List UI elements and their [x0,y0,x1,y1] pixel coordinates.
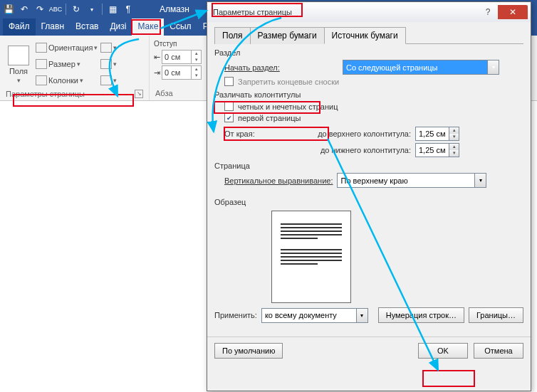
dialog-titlebar[interactable]: Параметры страницы ? ✕ [207,2,531,22]
from-edge-label: От края: [224,129,264,138]
line-numbers-dialog-button[interactable]: Нумерация строк… [378,307,464,323]
footer-dist-input[interactable]: 1,25 см▴▾ [415,143,459,157]
repeat-icon[interactable]: ↻ [71,4,82,15]
tab-layout[interactable]: Маке [132,18,164,36]
indent-label: Отступ [154,40,209,48]
preview-thumbnail [271,211,351,303]
close-button[interactable]: ✕ [498,5,528,19]
orientation-label: Ориентация [48,43,93,52]
hyphenation-button[interactable]: ▾ [100,73,117,88]
start-section-select[interactable]: Со следующей страницы ▾ [343,60,499,75]
size-label: Размер [48,60,75,68]
paragraph-group-label: Абза [155,89,173,97]
page-setup-dialog: Параметры страницы ? ✕ Поля Размер бумаг… [207,1,531,391]
apply-to-value: ко всему документу [265,311,337,319]
paragraph-icon[interactable]: ¶ [122,4,134,15]
header-dist-label: до верхнего колонтитула: [268,129,411,138]
tab-insert[interactable]: Встав [70,18,104,36]
headers-section-label: Различать колонтитулы [214,90,523,99]
footer-dist-value: 1,25 см [419,146,446,154]
dialog-tab-fields[interactable]: Поля [214,27,251,44]
indent-right-value: 0 см [165,68,180,77]
page-setup-group-label: Параметры страницы [6,90,85,98]
indent-right-icon: ⇥ [154,68,160,78]
size-icon [36,59,47,69]
margins-label: Поля [9,67,28,75]
tab-file[interactable]: Файл [3,18,36,36]
breaks-icon [100,43,112,53]
chevron-down-icon: ▾ [487,60,499,74]
orientation-icon [36,43,47,53]
chevron-down-icon: ▾ [474,174,486,187]
tab-design[interactable]: Дизі [104,18,132,36]
borders-dialog-button[interactable]: Границы… [469,307,523,323]
suppress-endnotes-label: Запретить концевые сноски [238,78,339,86]
suppress-endnotes-checkbox[interactable] [224,77,234,86]
help-button[interactable]: ? [478,5,498,19]
dialog-tabs: Поля Размер бумаги Источник бумаги [214,26,523,44]
indent-right-input[interactable]: 0 см▴▾ [162,65,202,80]
footer-dist-label: до нижнего колонтитула: [268,146,411,154]
apply-to-label: Применить: [214,311,257,319]
start-section-value: Со следующей страницы [346,63,438,72]
header-dist-input[interactable]: 1,25 см▴▾ [415,127,459,141]
indent-left-value: 0 см [165,53,180,61]
columns-button[interactable]: Колонки▾ [36,73,98,88]
odd-even-label: четных и нечетных страниц [238,102,338,111]
line-numbers-button[interactable]: ▾ [100,56,117,72]
save-icon[interactable]: 💾 [3,4,14,15]
size-button[interactable]: Размер▾ [36,56,98,72]
cancel-button[interactable]: Отмена [474,343,523,359]
undo-icon[interactable]: ↶ [19,4,30,15]
preview-label: Образец [214,198,523,206]
valign-select[interactable]: По верхнему краю ▾ [337,173,486,188]
header-dist-value: 1,25 см [419,129,446,138]
indent-left-icon: ⇤ [154,53,160,62]
ok-button[interactable]: OK [418,343,468,359]
dialog-tab-paper-size[interactable]: Размер бумаги [250,27,325,44]
spellcheck-icon[interactable]: ABC [50,4,61,15]
columns-icon [36,75,47,85]
margins-button[interactable]: Поля ▾ [4,37,33,88]
tab-home[interactable]: Главн [36,18,71,36]
tab-references[interactable]: Ссыл [164,18,197,36]
valign-label: Вертикальное выравнивание: [224,176,333,185]
start-section-label: Начать раздел: [224,63,338,72]
first-page-label: первой страницы [238,114,301,122]
breaks-button[interactable]: ▾ [100,40,117,55]
columns-label: Колонки [48,76,78,85]
first-page-checkbox[interactable]: ✔ [224,113,234,122]
orientation-button[interactable]: Ориентация▾ [36,40,98,55]
apply-to-select[interactable]: ко всему документу ▾ [261,308,368,323]
section-label: Раздел [214,48,523,57]
redo-icon[interactable]: ↷ [34,4,46,15]
dialog-title: Параметры страницы [213,8,292,16]
page-setup-launcher[interactable]: ↘ [135,90,143,98]
default-button[interactable]: По умолчанию [214,343,283,359]
page-section-label: Страница [214,161,523,170]
margins-icon [8,46,29,65]
down-icon[interactable]: ▾ [86,4,98,15]
chevron-down-icon: ▾ [356,309,367,322]
line-numbers-icon [100,59,112,69]
doc-title: Алмазн [160,4,189,14]
odd-even-checkbox[interactable] [224,102,234,111]
indent-left-input[interactable]: 0 см▴▾ [162,50,202,64]
dialog-tab-paper-source[interactable]: Источник бумаги [324,27,406,44]
table-icon[interactable]: ▦ [107,4,118,15]
hyphenation-icon [100,75,112,85]
valign-value: По верхнему краю [340,176,407,185]
